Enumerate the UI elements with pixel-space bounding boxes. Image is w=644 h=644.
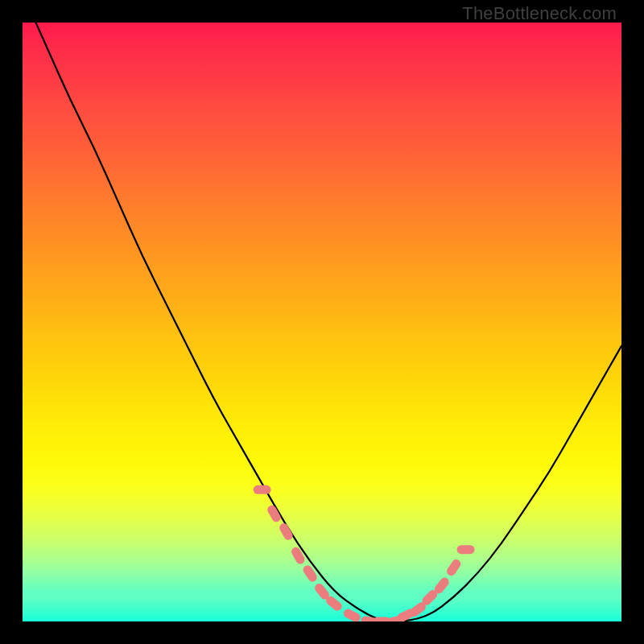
highlight-dot <box>254 485 271 494</box>
highlight-dot <box>301 564 318 583</box>
highlight-dot <box>290 546 306 566</box>
highlight-dots <box>254 485 475 621</box>
bottleneck-curve <box>23 23 621 621</box>
plot-area <box>23 23 621 621</box>
highlight-dot <box>457 545 475 554</box>
curve-layer <box>23 23 621 621</box>
highlight-dot <box>278 522 294 542</box>
watermark-text: TheBottleneck.com <box>462 3 617 24</box>
highlight-dot <box>445 558 462 577</box>
chart-frame: TheBottleneck.com <box>0 0 644 644</box>
